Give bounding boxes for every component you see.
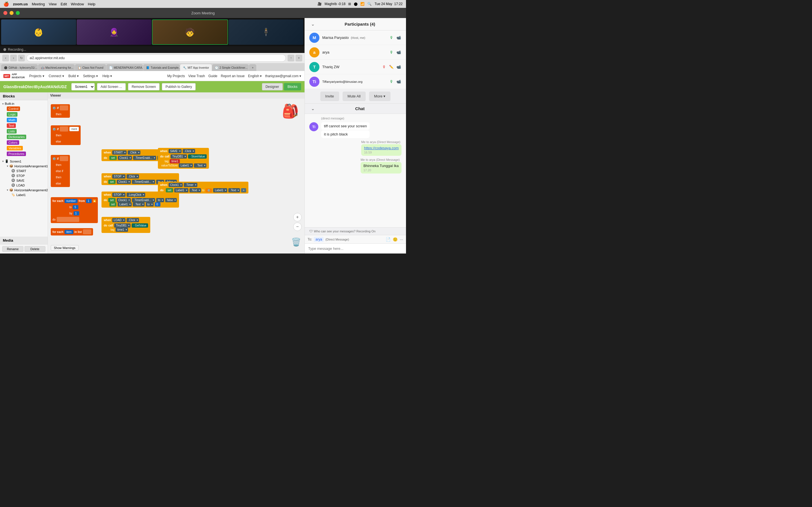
participants-collapse-button[interactable]: ⌄ [309,21,316,27]
video-participant-3[interactable]: 🧒 [152,19,228,45]
mic-marisa[interactable]: 🎙 [389,35,394,41]
show-warnings-button[interactable]: Show Warnings [51,245,79,251]
clock1-timer-block[interactable]: when Clock1 .Timer do set [158,182,248,193]
apple-menu[interactable]: 🍎 [3,1,9,7]
tab-github[interactable]: ⚫ GitHub - kylecorry31/... [1,64,38,71]
ai-nav-help[interactable]: Help ▾ [102,74,112,78]
tree-stop[interactable]: 🔘 STOP [0,173,48,178]
video-participant-1[interactable]: 👶 [1,19,76,45]
blocks-button[interactable]: Blocks [284,83,301,91]
ai-nav-projects[interactable]: Projects ▾ [29,74,44,78]
if-block-1[interactable]: ⚙️ if then [51,104,70,118]
designer-button[interactable]: Designer [262,83,283,91]
nav-forward[interactable]: › [10,55,17,61]
tab-classnotfound[interactable]: 📋 Class Not Found [75,64,106,71]
address-bar[interactable]: ai2.appinventor.mit.edu [27,54,286,62]
video-participant-4[interactable]: 🕴️ [229,19,304,45]
mic-tiffany[interactable]: 🎙 [389,79,394,84]
sidebar-item-procedures[interactable]: Procedures [0,151,48,157]
menubar-view[interactable]: View [49,2,57,6]
sidebar-item-control[interactable]: Control [0,106,48,112]
mic-thariq[interactable]: 🎙 [381,64,387,70]
video-participant-2[interactable]: 🧕 [77,19,152,45]
tab-tutorials[interactable]: 📘 Tutorials and Example... [143,64,180,71]
chat-file-button[interactable]: 📄 [386,237,391,242]
stop-longclick-block[interactable]: when STOP .LongClick do set Clock1 .Time… [101,191,179,208]
add-screen-button[interactable]: Add Screen ... [97,83,126,91]
chat-input-field[interactable] [308,246,403,251]
ai-account[interactable]: thariqzaw@gmail.com ▾ [265,74,301,78]
ai-report-issue[interactable]: Report an Issue [221,74,245,78]
delete-button[interactable]: Delete [24,246,46,252]
tree-load[interactable]: 🔘 LOAD [0,183,48,187]
ai-nav-connect[interactable]: Connect ▾ [49,74,64,78]
tree-horizontal1[interactable]: ▾ 📦 HorizontalArrangement1 [0,164,48,168]
blocks-canvas[interactable]: 🎒 ⚙️ if then [48,99,305,253]
tree-save[interactable]: 🔘 SAVE [0,178,48,183]
browser-newtab[interactable]: + [296,55,302,61]
cam-arya[interactable]: 📹 [396,50,402,55]
ai-nav-build[interactable]: Build ▾ [68,74,79,78]
tab-menerapkan[interactable]: 📄 MENERAPKAN CARA... [106,64,143,71]
cam-marisa[interactable]: 📹 [396,35,402,41]
menubar-edit[interactable]: Edit [61,2,67,6]
tree-horizontal2[interactable]: ▾ 📦 HorizontalArrangement2 [0,187,48,192]
to-select-arya[interactable]: arya [314,237,324,242]
mute-all-button[interactable]: Mute All [343,92,366,101]
maximize-button[interactable] [16,11,20,15]
invite-button[interactable]: Invite [320,92,339,101]
menubar-window[interactable]: Window [71,2,84,6]
chat-more-button[interactable]: ··· [400,237,403,242]
sidebar-item-math[interactable]: Math [0,117,48,123]
nav-back[interactable]: ‹ [2,55,9,61]
ai-language[interactable]: English ▾ [248,74,262,78]
browser-share[interactable]: ↑ [288,55,294,61]
screen-selector[interactable]: Screen1 [71,83,95,91]
tab-ml[interactable]: 🤖 MachineLearning for... [38,64,75,71]
sidebar-builtin-toggle[interactable]: ▾ Built-in [0,101,48,106]
remove-screen-button[interactable]: Remove Screen [128,83,160,91]
menubar-meeting[interactable]: Meeting [32,2,45,6]
foreach-block-2[interactable]: for each item in list [51,228,93,235]
ai-view-trash[interactable]: View Trash [188,74,205,78]
chat-emoji-button[interactable]: 🙂 [393,237,398,242]
ai-guide[interactable]: Guide [208,74,217,78]
sidebar-item-colors[interactable]: Colors [0,140,48,145]
ai-nav-settings[interactable]: Settings ▾ [83,74,98,78]
tab-mit[interactable]: 🔧 MIT App Inventor [180,64,212,71]
trash-container[interactable]: 🗑️ [291,236,301,248]
sidebar-item-logic[interactable]: Logic [0,112,48,117]
menubar-help[interactable]: Help [88,2,96,6]
close-button[interactable] [3,11,7,15]
menubar-search-icon[interactable]: 🔍 [367,2,371,6]
zoom-in-button[interactable]: + [293,213,302,221]
chat-collapse-button[interactable]: ⌄ [309,105,316,112]
zoom-out-button[interactable]: − [293,223,302,231]
sidebar-item-text[interactable]: Text [0,123,48,128]
nav-refresh[interactable]: ↻ [18,55,25,61]
menubar-app-name[interactable]: zoom.us [13,2,28,6]
ai-my-projects[interactable]: My Projects [167,74,185,78]
cam-thariq[interactable]: 📹 [396,64,402,70]
publish-gallery-button[interactable]: Publish to Gallery [162,83,196,91]
tree-start[interactable]: 🔘 START [0,168,48,173]
tab-add[interactable]: + [249,64,256,71]
link-codesaya[interactable]: https://codesaya.com [364,146,399,150]
save-click-block[interactable]: when SAVE .Click do call TinyDB1 · Store… [158,148,209,169]
more-button[interactable]: More ▾ [369,92,391,101]
sidebar-item-variables[interactable]: Variables [0,145,48,151]
if-block-3[interactable]: ⚙️ if then else if [51,155,70,187]
foreach-block-1[interactable]: for each number from 1 🔼 to 5 [51,197,98,223]
minimize-button[interactable] [10,11,13,15]
sidebar-item-dicts[interactable]: Dictionaries [0,134,48,140]
tree-label1[interactable]: 🏷️ Label1 [0,192,48,197]
sidebar-item-lists[interactable]: Lists [0,128,48,134]
cam-tiffany[interactable]: 📹 [396,79,402,84]
rename-button[interactable]: Rename [2,246,23,252]
pen-thariq[interactable]: ✏️ [389,64,394,70]
if-block-2[interactable]: ⚙️ if ment then else [51,125,81,145]
tab-clock[interactable]: 🕐 2 Simple Clock/timer... [212,64,249,71]
mic-arya[interactable]: 🎙 [389,50,394,55]
tree-screen1[interactable]: ▾ 📱 Screen1 [0,159,48,164]
load-click-block[interactable]: when LOAD .Click do call TinyDB1 · GetVa… [101,217,150,233]
